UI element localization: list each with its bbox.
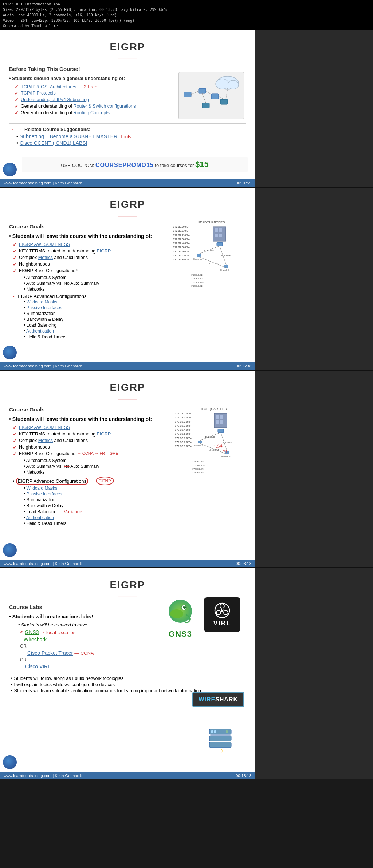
gns3-annotation: → local cisco ios	[40, 630, 75, 635]
s3-eigrp-link[interactable]: EIGRP	[97, 431, 111, 437]
s3-passive-link[interactable]: Passive Interfaces	[27, 491, 62, 497]
s4-or-2: OR	[20, 657, 246, 662]
svg-rect-3	[220, 84, 237, 88]
wireshark-text: WIRE	[199, 696, 215, 702]
related-item-1: • Subnetting – Become a SUBNET MASTER! T…	[16, 134, 246, 139]
footer-text-3: www.learntechtraining.com | Keith Gebhar…	[4, 561, 82, 566]
svg-text:172.16.0.0/24: 172.16.0.0/24	[192, 461, 205, 463]
tcp-protocols-link[interactable]: TCP/IP Protocols	[21, 91, 56, 96]
slide4-lab-items: < GNS3 → local cisco ios Wireshark OR → …	[20, 629, 246, 669]
svg-text:Branch B: Branch B	[220, 269, 229, 271]
s3-neighborhoods: Neighborhoods	[19, 445, 50, 450]
svg-rect-71	[214, 730, 216, 733]
s4-virl-row: Cisco VIRL	[20, 664, 246, 669]
s3-advanced-row: • EIGRP Advanced Configurations → CCNP	[13, 477, 246, 485]
s4-wireshark-row: Wireshark	[20, 637, 246, 642]
metrics-link[interactable]: Metrics	[38, 255, 53, 260]
svg-rect-20	[197, 254, 201, 257]
virl-link[interactable]: Cisco VIRL	[25, 664, 51, 669]
router-switch-link[interactable]: Router & Switch configurations	[74, 104, 136, 109]
coupon-box: USE COUPON: COURSEPROMO15 to take course…	[22, 157, 248, 172]
network-svg-1	[180, 74, 242, 118]
globe-icon-2	[3, 346, 17, 359]
pencil-icon: ✎	[75, 268, 79, 273]
s3-sub-wildcard: • Wildcard Masks	[24, 485, 246, 491]
net-diagram-3: HEADQUARTERS 172.32.0.0/24172.32.1.0/241…	[175, 407, 251, 477]
coupon-label: USE COUPON:	[61, 163, 94, 168]
net-diagram-2: HEADQUARTERS 172.32.0.0/24172.32.1.0/241…	[173, 220, 250, 290]
base-configs-label: EIGRP Base Configurations	[19, 268, 75, 273]
wildcard-link[interactable]: Wildcard Masks	[27, 299, 58, 304]
svg-rect-69	[209, 742, 231, 748]
slide2: EIGRP ——— Course Goals • Students will l…	[0, 188, 255, 370]
svg-rect-38	[220, 420, 223, 424]
video-info-line5: Generated by Thumbnail me	[3, 23, 370, 29]
s3-metrics-link[interactable]: Metrics	[38, 438, 53, 443]
s3-71-annotation: 71	[223, 449, 228, 455]
advanced-config-subs: • Wildcard Masks • Passive Interfaces • …	[24, 299, 246, 340]
wireshark-link[interactable]: Wireshark	[24, 637, 47, 642]
hq-addresses: 172.32.0.0/24172.32.1.0/24172.32.2.0/24 …	[173, 225, 190, 290]
s2-advanced-row: • EIGRP Advanced Configurations	[13, 294, 246, 299]
slide1-underline: ———	[9, 55, 246, 62]
svg-line-13	[226, 88, 228, 99]
ipv4-subnetting-link[interactable]: Understanding of IPv4 Subnetting	[21, 97, 89, 102]
tcp-osi-link[interactable]: TCP/IP & OSI Architectures	[21, 84, 76, 89]
s3-advanced-configs: EIGRP Advanced Configurations	[16, 478, 88, 485]
svg-rect-36	[220, 415, 223, 419]
slide1-wrapper: EIGRP ——— Before Taking This Course! • S…	[0, 30, 373, 187]
virl-logo: VIRL	[204, 597, 240, 632]
footer-text-2: www.learntechtraining.com | Keith Gebhar…	[4, 364, 82, 368]
auth-link[interactable]: Authentication	[26, 329, 54, 334]
slide2-underline: ———	[9, 212, 246, 220]
s3-wildcard-link[interactable]: Wildcard Masks	[27, 486, 58, 491]
related-item-2: • Cisco CCENT (ICND1) LABS!	[16, 140, 246, 146]
passive-link[interactable]: Passive Interfaces	[27, 305, 62, 310]
check-label-1: TCP/IP & OSI Architectures → 2 Free	[21, 84, 97, 89]
eigrp-awesomeness-link[interactable]: EIGRP AWESOMENESS	[19, 242, 70, 247]
slide1: EIGRP ——— Before Taking This Course! • S…	[0, 30, 255, 187]
routing-concepts-link[interactable]: Routing Concepts	[74, 110, 110, 115]
slide3-title: EIGRP	[9, 376, 246, 395]
svg-text:172.16.0.0/24: 172.16.0.0/24	[191, 274, 204, 276]
s3-base-configs: EIGRP Base Configurations	[19, 451, 75, 456]
s3-sub-no-strike: No	[64, 464, 69, 469]
timestamp-4: 00:13:13	[236, 773, 251, 778]
cpt-link[interactable]: Cisco Packet Tracer	[27, 650, 73, 656]
svg-text:10.1.1.0/30: 10.1.1.0/30	[204, 249, 214, 251]
slide4-bullets: • Students will follow along as I build …	[11, 676, 246, 693]
slide2-dark-side	[255, 188, 373, 370]
svg-text:Branch A: Branch A	[194, 445, 203, 447]
slide4-intro: Students will create various labs!	[12, 614, 93, 620]
s3-sub-auth: • Authentication	[24, 515, 246, 521]
wireshark-text2: SHARK	[215, 696, 238, 702]
svg-rect-37	[216, 420, 219, 424]
s3-auth-link[interactable]: Authentication	[26, 515, 54, 520]
bullet-related-2: •	[16, 140, 18, 146]
related-heading: Related Course Suggestions:	[24, 127, 90, 132]
svg-rect-40	[198, 441, 202, 443]
ccent-link[interactable]: Cisco CCENT (ICND1) LABS!	[20, 140, 87, 146]
coupon-price: $15	[195, 160, 209, 169]
s4-or-1: OR	[20, 644, 246, 649]
svg-line-66	[223, 610, 225, 612]
s4-sub-bullet: •	[18, 622, 21, 628]
s3-eigrp-awesome[interactable]: EIGRP AWESOMENESS	[19, 425, 70, 430]
gns3-link[interactable]: GNS3	[25, 629, 39, 635]
s3-base-annotation: → CCNA → FR = GRE	[77, 451, 118, 455]
key-terms-label: KEY TERMS related to understanding EIGRP	[19, 248, 111, 254]
svg-line-11	[202, 93, 206, 103]
sub-bandwidth: • Bandwidth & Delay	[24, 316, 246, 322]
s3-sub-bw: • Bandwidth & Delay	[24, 503, 246, 509]
svg-rect-72	[226, 730, 228, 733]
s3-key-terms: KEY TERMS related to understanding EIGRP	[19, 431, 111, 437]
hq-label: HEADQUARTERS	[173, 220, 250, 224]
s3-ccnp-annotation: → CCNP	[90, 477, 114, 485]
svg-text:10.1.1.0/30: 10.1.1.0/30	[205, 436, 215, 438]
svg-rect-68	[209, 736, 231, 741]
svg-line-65	[220, 610, 221, 612]
checkmark-2: ✓	[15, 91, 19, 96]
eigrp-link-2[interactable]: EIGRP	[97, 248, 111, 254]
related-arrow-1: →	[9, 127, 14, 132]
subnetting-link[interactable]: Subnetting – Become a SUBNET MASTER!	[20, 134, 119, 139]
